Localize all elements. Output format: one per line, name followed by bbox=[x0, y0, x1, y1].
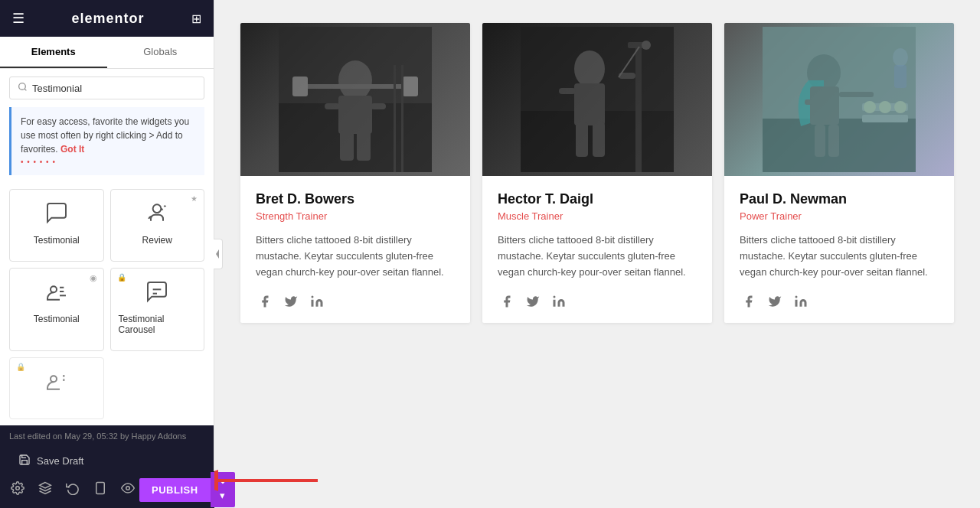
trainer-body-paul: Paul D. Newman Power Trainer Bitters cli… bbox=[724, 176, 954, 323]
settings-icon-button[interactable] bbox=[6, 477, 29, 503]
trainer-role-paul: Power Trainer bbox=[740, 210, 939, 222]
trainer-socials-hector bbox=[498, 292, 697, 311]
sidebar-tabs: Elements Globals bbox=[0, 37, 214, 69]
publish-button[interactable]: PUBLISH bbox=[139, 478, 211, 502]
lock-icon: 🔒 bbox=[117, 273, 126, 282]
tab-globals[interactable]: Globals bbox=[107, 37, 214, 68]
elementor-logo: elementor bbox=[71, 11, 144, 27]
info-dots: • • • • • • bbox=[21, 156, 195, 168]
twitter-icon-hector[interactable] bbox=[524, 292, 542, 311]
svg-point-6 bbox=[51, 376, 57, 382]
svg-rect-56 bbox=[894, 65, 906, 88]
svg-point-3 bbox=[51, 286, 57, 292]
widget-testimonial-2[interactable]: ◉ Testimonial bbox=[9, 268, 104, 351]
testimonial2-icon bbox=[44, 279, 69, 308]
svg-rect-20 bbox=[371, 103, 386, 109]
linkedin-icon-paul[interactable] bbox=[792, 292, 810, 311]
widget-testimonial-carousel[interactable]: 🔒 Testimonial Carousel bbox=[110, 268, 205, 351]
got-it-link[interactable]: Got It bbox=[60, 144, 84, 155]
circle-icon: ◉ bbox=[90, 273, 97, 283]
svg-rect-24 bbox=[292, 77, 308, 96]
publish-dropdown-button[interactable]: ▾ bbox=[211, 472, 235, 507]
svg-point-54 bbox=[894, 101, 906, 113]
svg-point-52 bbox=[864, 101, 876, 113]
svg-rect-25 bbox=[403, 77, 418, 96]
svg-point-17 bbox=[338, 60, 372, 100]
trainer-socials-bret bbox=[256, 292, 455, 311]
svg-line-1 bbox=[24, 89, 26, 90]
widget-grid: Testimonial ★ Review ◉ bbox=[0, 183, 214, 425]
trainer-socials-paul bbox=[740, 292, 939, 311]
widget-label: Testimonial bbox=[34, 314, 80, 324]
testimonial-icon bbox=[44, 200, 69, 229]
svg-rect-18 bbox=[338, 96, 372, 134]
svg-rect-48 bbox=[815, 125, 825, 157]
grid-icon[interactable]: ⊞ bbox=[191, 11, 201, 26]
svg-rect-27 bbox=[401, 65, 403, 172]
carousel-icon bbox=[145, 279, 169, 308]
trainer-bio-paul: Bitters cliche tattooed 8-bit distillery… bbox=[740, 233, 939, 280]
linkedin-icon-hector[interactable] bbox=[550, 292, 568, 311]
sidebar-header: ☰ elementor ⊞ bbox=[0, 0, 214, 37]
star-icon: ★ bbox=[191, 194, 198, 203]
tab-elements[interactable]: Elements bbox=[0, 37, 107, 68]
facebook-icon-hector[interactable] bbox=[498, 292, 516, 311]
trainer-role-hector: Muscle Trainer bbox=[498, 210, 697, 222]
trainer-name-hector: Hector T. Daigl bbox=[498, 191, 697, 207]
widget-partial[interactable]: 🔒 bbox=[9, 357, 104, 419]
trainer-body-hector: Hector T. Daigl Muscle Trainer Bitters c… bbox=[482, 176, 712, 323]
toolbar-icons-group bbox=[6, 477, 139, 503]
main-content: Bret D. Bowers Strength Trainer Bitters … bbox=[214, 0, 980, 508]
trainer-image-bret bbox=[240, 23, 470, 176]
svg-point-2 bbox=[153, 204, 162, 213]
svg-point-57 bbox=[795, 296, 798, 298]
responsive-icon-button[interactable] bbox=[89, 477, 112, 503]
publish-group: PUBLISH ▾ bbox=[139, 472, 235, 507]
svg-rect-23 bbox=[302, 84, 409, 89]
svg-point-53 bbox=[879, 101, 891, 113]
svg-point-28 bbox=[312, 296, 314, 298]
widget-review[interactable]: ★ Review bbox=[110, 189, 205, 262]
trainer-card-paul: Paul D. Newman Power Trainer Bitters cli… bbox=[724, 23, 954, 323]
widget-testimonial-1[interactable]: Testimonial bbox=[9, 189, 104, 262]
trainer-image-hector bbox=[482, 23, 712, 176]
linkedin-icon-bret[interactable] bbox=[308, 292, 326, 311]
svg-rect-31 bbox=[635, 42, 642, 172]
twitter-icon-paul[interactable] bbox=[766, 292, 784, 311]
history-icon-button[interactable] bbox=[61, 477, 84, 503]
layers-icon-button[interactable] bbox=[34, 477, 57, 503]
widget-label: Review bbox=[142, 235, 172, 246]
trainer-cards-grid: Bret D. Bowers Strength Trainer Bitters … bbox=[230, 23, 965, 323]
sidebar-collapse-handle[interactable] bbox=[214, 239, 223, 269]
svg-point-34 bbox=[574, 50, 605, 87]
facebook-icon-paul[interactable] bbox=[740, 292, 758, 311]
trainer-card-bret: Bret D. Bowers Strength Trainer Bitters … bbox=[240, 23, 470, 323]
preview-icon-button[interactable] bbox=[116, 477, 139, 503]
trainer-bio-hector: Bitters cliche tattooed 8-bit distillery… bbox=[498, 233, 697, 280]
info-box-text: For easy access, favorite the widgets yo… bbox=[21, 116, 189, 155]
svg-rect-19 bbox=[325, 103, 340, 109]
lock-icon2: 🔒 bbox=[16, 363, 25, 371]
svg-point-0 bbox=[19, 83, 26, 90]
trainer-name-bret: Bret D. Bowers bbox=[256, 191, 455, 207]
svg-point-33 bbox=[642, 41, 651, 50]
svg-rect-49 bbox=[828, 125, 839, 157]
twitter-icon-bret[interactable] bbox=[282, 292, 300, 311]
trainer-card-hector: Hector T. Daigl Muscle Trainer Bitters c… bbox=[482, 23, 712, 323]
facebook-icon-bret[interactable] bbox=[256, 292, 274, 311]
partial-icon bbox=[44, 369, 69, 397]
search-input[interactable] bbox=[32, 83, 196, 94]
svg-rect-38 bbox=[576, 122, 588, 157]
svg-rect-21 bbox=[340, 130, 354, 161]
review-icon bbox=[145, 200, 169, 229]
trainer-name-paul: Paul D. Newman bbox=[740, 191, 939, 207]
svg-rect-45 bbox=[810, 86, 839, 125]
save-draft-label: Save Draft bbox=[37, 455, 83, 467]
svg-rect-26 bbox=[394, 65, 396, 172]
svg-marker-9 bbox=[40, 483, 51, 489]
search-icon bbox=[18, 82, 28, 94]
svg-point-8 bbox=[16, 487, 20, 490]
svg-rect-35 bbox=[574, 83, 605, 125]
trainer-bio-bret: Bitters cliche tattooed 8-bit distillery… bbox=[256, 233, 455, 280]
menu-icon[interactable]: ☰ bbox=[12, 10, 24, 27]
